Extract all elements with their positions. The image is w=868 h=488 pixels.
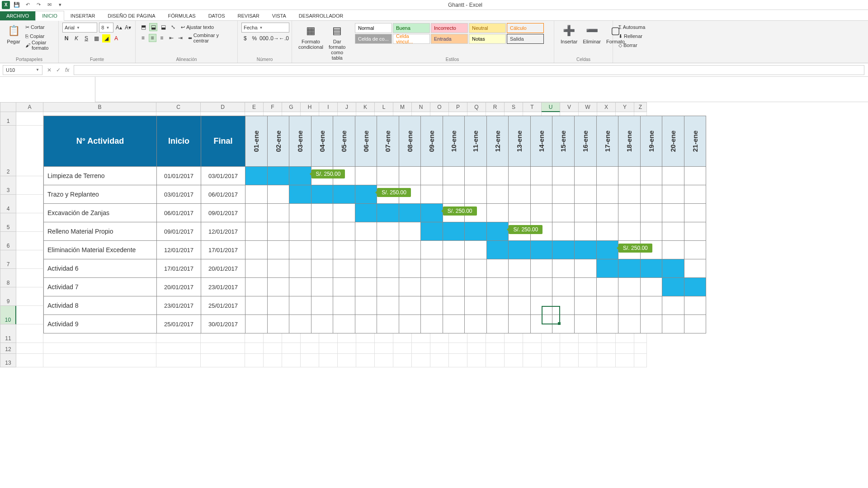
cell-style-notas[interactable]: Notas xyxy=(469,34,506,44)
cut-button[interactable]: ✂Cortar xyxy=(24,23,55,32)
gantt-day-cell[interactable] xyxy=(552,296,575,315)
end-date[interactable]: 20/01/2017 xyxy=(201,259,245,278)
gantt-day-cell[interactable] xyxy=(662,278,684,296)
fill-color-button[interactable]: ◢ xyxy=(102,34,110,42)
end-date[interactable]: 23/01/2017 xyxy=(201,278,245,296)
gantt-day-cell[interactable] xyxy=(530,259,552,278)
cell-L12[interactable] xyxy=(375,343,393,354)
gantt-day-cell[interactable] xyxy=(640,222,662,241)
clear-button[interactable]: ◇Borrar xyxy=(617,41,655,50)
wrap-text-button[interactable]: ↩Ajustar texto xyxy=(179,23,216,32)
align-center-button[interactable]: ≡ xyxy=(149,34,156,42)
gantt-day-cell[interactable] xyxy=(684,222,706,241)
gantt-day-cell[interactable] xyxy=(377,167,399,185)
gantt-day-cell[interactable] xyxy=(530,241,552,259)
cell-style-buena[interactable]: Buena xyxy=(393,23,430,33)
column-header-K[interactable]: K xyxy=(356,102,375,112)
gantt-day-cell[interactable] xyxy=(486,259,509,278)
column-header-F[interactable]: F xyxy=(264,102,282,112)
column-header-R[interactable]: R xyxy=(486,102,505,112)
gantt-day-cell[interactable] xyxy=(443,185,465,204)
gantt-day-cell[interactable] xyxy=(311,185,333,204)
column-header-W[interactable]: W xyxy=(579,102,597,112)
gantt-day-cell[interactable] xyxy=(596,222,618,241)
gantt-day-cell[interactable] xyxy=(509,278,531,296)
cell-style-neutral[interactable]: Neutral xyxy=(469,23,506,33)
gantt-day-cell[interactable] xyxy=(640,259,662,278)
gantt-day-cell[interactable] xyxy=(267,185,289,204)
gantt-day-cell[interactable]: S/. 250.00 xyxy=(618,241,641,259)
gantt-day-cell[interactable] xyxy=(443,278,465,296)
cell-R13[interactable] xyxy=(486,354,505,367)
number-format-combo[interactable]: Fecha▼ xyxy=(241,23,289,33)
gantt-day-cell[interactable] xyxy=(684,185,706,204)
gantt-day-cell[interactable] xyxy=(684,167,706,185)
column-header-O[interactable]: O xyxy=(430,102,449,112)
autosum-button[interactable]: ΣAutosuma xyxy=(617,23,655,32)
cell-W13[interactable] xyxy=(579,354,597,367)
conditional-format-button[interactable]: ▦Formato condicional xyxy=(296,23,326,61)
gantt-day-cell[interactable] xyxy=(333,204,355,222)
delete-cells-button[interactable]: ➖Eliminar xyxy=(580,23,604,45)
start-date[interactable]: 17/01/2017 xyxy=(157,259,201,278)
fx-icon[interactable]: fx xyxy=(65,67,69,73)
tab-diseño-de-página[interactable]: DISEÑO DE PÁGINA xyxy=(101,11,161,20)
gantt-day-cell[interactable] xyxy=(267,204,289,222)
column-header-U[interactable]: U xyxy=(542,102,560,112)
gantt-day-cell[interactable] xyxy=(245,315,268,333)
gantt-day-cell[interactable] xyxy=(311,241,333,259)
row-header-2[interactable]: 2 xyxy=(0,126,16,176)
gantt-day-cell[interactable] xyxy=(267,241,289,259)
gantt-day-cell[interactable] xyxy=(574,185,596,204)
gantt-day-cell[interactable] xyxy=(311,315,333,333)
gantt-day-cell[interactable] xyxy=(421,315,443,333)
gantt-day-cell[interactable] xyxy=(333,296,355,315)
cell-H12[interactable] xyxy=(301,343,319,354)
gantt-day-cell[interactable] xyxy=(574,259,596,278)
borders-button[interactable]: ▦ xyxy=(92,34,100,42)
increase-decimal-button[interactable]: .0→ xyxy=(270,34,278,42)
formula-bar[interactable] xyxy=(74,65,864,75)
italic-button[interactable]: K xyxy=(72,34,80,42)
gantt-day-cell[interactable] xyxy=(618,296,641,315)
gantt-day-cell[interactable] xyxy=(509,241,531,259)
gantt-day-cell[interactable] xyxy=(574,167,596,185)
gantt-day-cell[interactable] xyxy=(399,241,421,259)
cell-style-entrada[interactable]: Entrada xyxy=(431,34,468,44)
bold-button[interactable]: N xyxy=(62,34,71,42)
gantt-day-cell[interactable] xyxy=(530,167,552,185)
gantt-day-cell[interactable] xyxy=(421,259,443,278)
gantt-day-cell[interactable] xyxy=(552,185,575,204)
align-right-button[interactable]: ≡ xyxy=(158,34,166,42)
start-date[interactable]: 25/01/2017 xyxy=(157,315,201,333)
column-header-C[interactable]: C xyxy=(156,102,201,112)
gantt-day-cell[interactable] xyxy=(486,315,509,333)
cell-Y13[interactable] xyxy=(616,354,634,367)
gantt-day-cell[interactable] xyxy=(509,259,531,278)
gantt-day-cell[interactable] xyxy=(530,204,552,222)
column-header-N[interactable]: N xyxy=(412,102,430,112)
row-header-8[interactable]: 8 xyxy=(0,269,16,287)
gantt-day-cell[interactable] xyxy=(377,296,399,315)
gantt-day-cell[interactable]: S/. 250.00 xyxy=(443,204,465,222)
cell-V12[interactable] xyxy=(560,343,579,354)
name-box[interactable]: U10▼ xyxy=(3,65,42,75)
cell-R12[interactable] xyxy=(486,343,505,354)
format-as-table-button[interactable]: ▤Dar formato como tabla xyxy=(326,23,348,61)
gantt-day-cell[interactable] xyxy=(421,185,443,204)
end-date[interactable]: 12/01/2017 xyxy=(201,222,245,241)
column-header-I[interactable]: I xyxy=(319,102,338,112)
cell-M13[interactable] xyxy=(393,354,412,367)
gantt-day-cell[interactable] xyxy=(486,241,509,259)
cell-C12[interactable] xyxy=(156,343,201,354)
gantt-day-cell[interactable] xyxy=(465,278,487,296)
font-size-combo[interactable]: 8▼ xyxy=(99,23,113,33)
activity-name[interactable]: Trazo y Replanteo xyxy=(44,185,157,204)
cell-A5[interactable] xyxy=(16,213,43,232)
gantt-day-cell[interactable] xyxy=(684,204,706,222)
gantt-day-cell[interactable] xyxy=(486,296,509,315)
gantt-day-cell[interactable]: S/. 250.00 xyxy=(509,222,531,241)
gantt-day-cell[interactable] xyxy=(662,315,684,333)
column-header-S[interactable]: S xyxy=(505,102,523,112)
gantt-day-cell[interactable] xyxy=(574,315,596,333)
